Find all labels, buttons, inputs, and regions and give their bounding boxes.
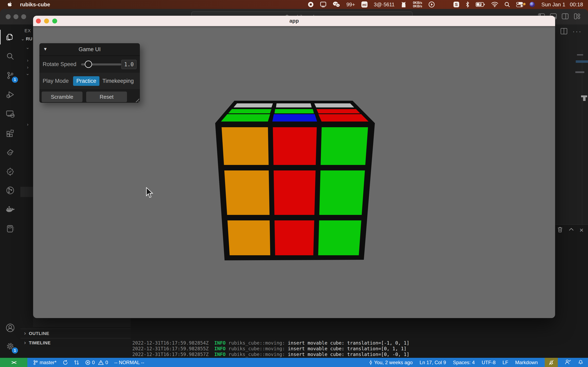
remote-indicator[interactable]: >< [0,358,27,367]
tree-chevron-collapsed[interactable]: › [27,65,33,70]
cube-sticker-top-2-2[interactable] [319,114,369,122]
vim-mode-indicator[interactable]: -- NORMAL -- [114,360,144,365]
sidebar-item-extensions[interactable] [0,124,20,142]
cube-sticker-front-1-0[interactable] [224,170,269,215]
vscode-minimize-button[interactable] [13,14,18,19]
rotate-speed-slider[interactable] [81,63,121,66]
sidebar-item-docker[interactable] [0,200,20,219]
cube-sticker-top-2-0[interactable] [221,114,270,122]
language-mode[interactable]: Markdown [515,360,538,365]
problems-indicator[interactable]: 0 0 [85,360,108,365]
sync-button[interactable] [63,360,68,365]
sidebar-item-source-control[interactable]: 1 [0,66,20,85]
selected-file-row[interactable] [20,187,33,197]
app-minimize-button[interactable] [44,18,49,24]
screen-record-icon[interactable] [308,0,314,8]
cube-sticker-front-2-1[interactable] [275,220,314,255]
bluetooth-icon[interactable] [466,0,470,8]
cube-sticker-top-2-1[interactable] [272,114,317,122]
app-close-button[interactable] [36,18,41,24]
wifi-icon[interactable] [491,0,498,8]
xiaomi-icon[interactable]: mi [361,0,368,8]
eol-sequence[interactable]: LF [502,360,508,365]
tree-chevron-collapsed[interactable]: › [27,122,33,127]
scramble-button[interactable]: Scramble [42,92,82,102]
tree-chevron-expanded[interactable]: ⌄ [26,71,33,76]
rotate-speed-value[interactable]: 1.0 [121,60,137,69]
feedback-button[interactable] [565,359,571,366]
notifications-dnd-button[interactable] [545,358,558,367]
cube-sticker-front-1-2[interactable] [319,170,365,215]
collapse-triangle-icon[interactable]: ▼ [43,47,48,52]
reset-button[interactable]: Reset [86,92,127,102]
wechat-icon[interactable] [333,0,340,8]
maximize-panel-icon[interactable] [568,227,574,233]
cube-sticker-front-0-1[interactable] [273,127,317,165]
siri-icon[interactable] [529,0,535,8]
cube-sticker-front-0-0[interactable] [222,127,268,165]
cat-icon[interactable] [401,0,407,8]
battery-icon[interactable] [476,0,485,8]
indentation[interactable]: Spaces: 4 [453,360,475,365]
game-ui-header[interactable]: ▼ Game UI [39,43,140,56]
cube-sticker-top-0-1[interactable] [276,103,312,108]
slider-knob[interactable] [85,60,92,68]
commit-info[interactable]: You, 2 weeks ago [369,360,413,365]
sidebar-item-explorer[interactable] [0,28,20,47]
outline-section-header[interactable]: › OUTLINE [20,329,131,338]
more-actions-icon[interactable]: ··· [572,27,582,36]
tree-chevron-collapsed[interactable]: › [27,58,33,63]
explorer-root-folder[interactable]: ⌄ RU [21,36,33,42]
cube-sticker-top-1-2[interactable] [316,109,360,113]
branch-indicator[interactable]: master* [33,360,57,365]
menubar-clock[interactable]: Sun Jan 1 00:18 [541,1,583,8]
spotlight-search-icon[interactable] [504,0,510,8]
cube-sticker-top-0-2[interactable] [314,103,354,108]
app-zoom-button[interactable] [52,18,57,24]
sidebar-item-remote-explorer[interactable] [0,104,20,123]
play-circle-icon[interactable] [428,0,435,8]
app-titlebar[interactable]: app [33,16,555,26]
encoding[interactable]: UTF-8 [482,360,495,365]
cube-sticker-front-2-2[interactable] [318,220,361,255]
cursor-position[interactable]: Ln 17, Col 9 [420,360,446,365]
cube-sticker-front-0-2[interactable] [320,127,368,165]
app-viewport[interactable]: ▼ Game UI Rotate Speed 1.0 Play Mode Pra… [33,26,555,318]
vscode-close-button[interactable] [6,14,11,19]
apple-menu-icon[interactable] [7,0,13,8]
accounts-icon[interactable] [0,318,20,337]
notifications-bell-button[interactable] [578,359,584,366]
sidebar-item-search[interactable] [0,47,20,66]
menubar-app-name[interactable]: rubiks-cube [20,1,50,8]
control-center-icon[interactable] [516,0,523,8]
focus-moon-icon[interactable] [441,0,447,8]
tree-chevron-expanded[interactable]: ⌄ [26,45,33,50]
sidebar-item-git-graph[interactable] [0,181,20,200]
cube-sticker-top-0-0[interactable] [233,103,273,108]
sidebar-item-notebook[interactable] [0,219,20,238]
parallels-icon[interactable] [320,0,327,8]
terminal-output[interactable]: 2022-12-31T16:17:59.982854Z INFO rubiks_… [132,329,588,357]
sidebar-item-gitlens[interactable] [0,143,20,161]
sidebar-item-todo-tree[interactable] [0,162,20,181]
sidebar-item-run-debug[interactable] [0,85,20,104]
wechat-badge[interactable]: 99+ [346,2,355,8]
surge-icon[interactable]: S [453,0,459,8]
practice-mode-button[interactable]: Practice [73,76,100,86]
compare-changes-button[interactable] [74,360,79,365]
vscode-zoom-button[interactable] [21,14,26,19]
split-editor-icon[interactable] [560,27,568,36]
timekeeping-mode-button[interactable]: Timekeeping [99,76,137,86]
settings-gear-icon[interactable]: 1 [0,337,20,356]
cube-sticker-front-1-1[interactable] [274,170,316,215]
toggle-secondary-sidebar-icon[interactable] [562,13,569,20]
customize-layout-icon[interactable] [573,13,581,20]
cube-sticker-front-2-0[interactable] [227,220,270,255]
timeline-section-header[interactable]: › TIMELINE [20,338,131,347]
kill-terminal-icon[interactable] [557,226,563,234]
network-speed[interactable]: 0KB/s 0KB/s [413,1,422,8]
cube-sticker-top-1-0[interactable] [228,109,271,113]
xiaomi-status-text[interactable]: 3@·5611 [374,2,394,8]
cube-sticker-top-1-1[interactable] [274,109,314,113]
close-panel-icon[interactable]: × [579,227,584,233]
